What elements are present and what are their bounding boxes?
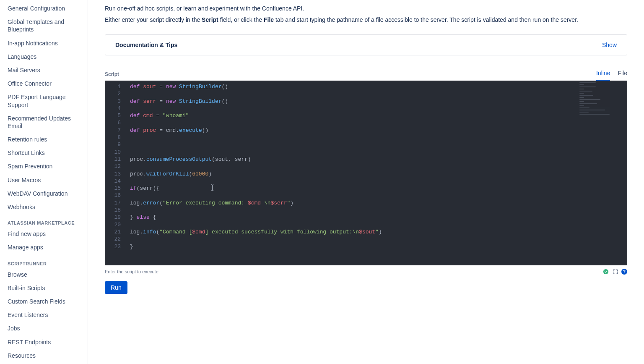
sidebar-item[interactable]: User Macros bbox=[0, 173, 88, 187]
sidebar-item[interactable]: Manage apps bbox=[0, 241, 88, 254]
documentation-tips-bar: Documentation & Tips Show bbox=[105, 34, 627, 55]
sidebar-item[interactable]: Office Connector bbox=[0, 77, 88, 90]
sidebar-item[interactable]: Retention rules bbox=[0, 133, 88, 146]
sidebar-item[interactable]: CQL Functions bbox=[0, 362, 88, 364]
editor-footer: Enter the script to execute ? bbox=[105, 269, 627, 275]
sidebar-item[interactable]: Mail Servers bbox=[0, 63, 88, 77]
sidebar-group-scriptrunner: BrowseBuilt-in ScriptsCustom Search Fiel… bbox=[0, 268, 88, 364]
sidebar-item[interactable]: Shortcut Links bbox=[0, 146, 88, 160]
intro-line-2: Either enter your script directly in the… bbox=[105, 16, 627, 24]
sidebar-item[interactable]: General Configuration bbox=[0, 2, 88, 15]
script-editor[interactable]: 1234567891011121314151617181920212223 de… bbox=[105, 81, 627, 265]
help-icon[interactable]: ? bbox=[621, 269, 627, 275]
sidebar-item[interactable]: Webhooks bbox=[0, 200, 88, 214]
sidebar-item[interactable]: Event Listeners bbox=[0, 308, 88, 322]
sidebar-item[interactable]: Find new apps bbox=[0, 227, 88, 241]
docs-show-link[interactable]: Show bbox=[602, 42, 617, 48]
editor-code[interactable]: def sout = new StringBuilder() def serr … bbox=[125, 83, 627, 250]
docs-title: Documentation & Tips bbox=[115, 42, 177, 48]
intro-text: Run one-off ad hoc scripts, or learn and… bbox=[105, 4, 627, 24]
sidebar-item[interactable]: Custom Search Fields bbox=[0, 295, 88, 308]
editor-gutter: 1234567891011121314151617181920212223 bbox=[105, 83, 125, 250]
editor-hint: Enter the script to execute bbox=[105, 269, 158, 274]
sidebar-item[interactable]: Recommended Updates Email bbox=[0, 112, 88, 133]
fullscreen-icon[interactable] bbox=[612, 269, 618, 275]
tab-inline[interactable]: Inline bbox=[596, 67, 610, 81]
sidebar-group-title-scriptrunner: SCRIPTRUNNER bbox=[0, 254, 88, 268]
sidebar-group-title-marketplace: ATLASSIAN MARKETPLACE bbox=[0, 214, 88, 227]
admin-sidebar: General ConfigurationGlobal Templates an… bbox=[0, 0, 88, 364]
sidebar-item[interactable]: Spam Prevention bbox=[0, 160, 88, 173]
sidebar-item[interactable]: Languages bbox=[0, 50, 88, 63]
sidebar-group-marketplace: Find new appsManage apps bbox=[0, 227, 88, 254]
intro-line-1: Run one-off ad hoc scripts, or learn and… bbox=[105, 4, 627, 13]
run-button[interactable]: Run bbox=[105, 281, 127, 294]
tab-file[interactable]: File bbox=[618, 67, 627, 81]
editor-status-icons: ? bbox=[603, 269, 627, 275]
sidebar-group-config: General ConfigurationGlobal Templates an… bbox=[0, 2, 88, 214]
sidebar-item[interactable]: Global Templates and Blueprints bbox=[0, 15, 88, 36]
sidebar-item[interactable]: PDF Export Language Support bbox=[0, 90, 88, 111]
sidebar-item[interactable]: Resources bbox=[0, 349, 88, 362]
script-source-tabs: Inline File bbox=[596, 67, 627, 81]
sidebar-item[interactable]: In-app Notifications bbox=[0, 37, 88, 50]
sidebar-item[interactable]: Jobs bbox=[0, 322, 88, 335]
script-header-row: Script Inline File bbox=[105, 67, 627, 81]
script-field-label: Script bbox=[105, 71, 119, 81]
sidebar-item[interactable]: REST Endpoints bbox=[0, 335, 88, 349]
sidebar-item[interactable]: Browse bbox=[0, 268, 88, 281]
main-content: Run one-off ad hoc scripts, or learn and… bbox=[88, 0, 644, 364]
validation-success-icon bbox=[603, 269, 609, 275]
sidebar-item[interactable]: WebDAV Configuration bbox=[0, 187, 88, 200]
sidebar-item[interactable]: Built-in Scripts bbox=[0, 281, 88, 295]
